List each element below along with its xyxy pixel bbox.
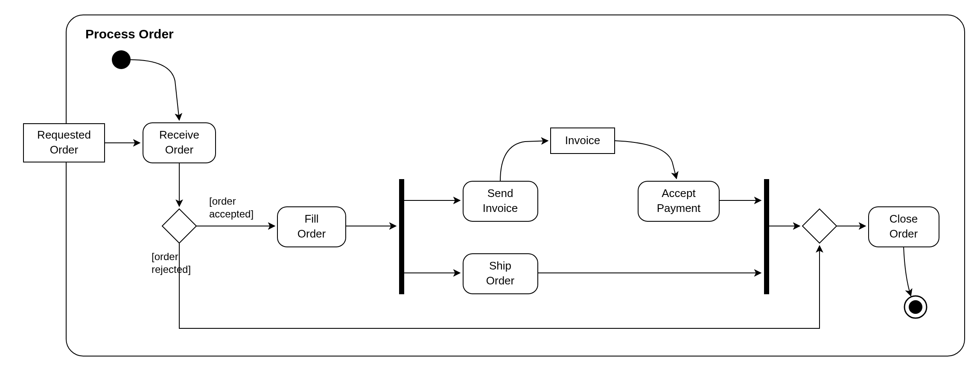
svg-text:Receive: Receive bbox=[159, 128, 199, 141]
edge-initial-receive bbox=[130, 60, 179, 120]
activity-diagram: Process Order Requested Order Receive Or… bbox=[0, 0, 980, 371]
activity-accept-payment: Accept Payment bbox=[638, 181, 719, 221]
svg-text:Send: Send bbox=[487, 187, 513, 200]
merge-node bbox=[802, 209, 837, 243]
final-node bbox=[904, 296, 927, 318]
svg-text:Invoice: Invoice bbox=[565, 134, 600, 147]
svg-text:Payment: Payment bbox=[657, 202, 701, 214]
svg-text:Order: Order bbox=[298, 227, 326, 240]
activity-fill-order: Fill Order bbox=[277, 207, 346, 247]
fork-bar bbox=[399, 179, 404, 294]
svg-marker-21 bbox=[802, 209, 837, 243]
svg-text:Ship: Ship bbox=[489, 259, 511, 272]
object-invoice: Invoice bbox=[551, 128, 615, 154]
initial-node bbox=[112, 50, 131, 69]
svg-text:Requested: Requested bbox=[37, 128, 91, 141]
edge-invoice-accept bbox=[615, 141, 677, 179]
guard-accepted-line2: accepted] bbox=[209, 208, 254, 220]
svg-text:Order: Order bbox=[890, 227, 918, 240]
svg-text:Order: Order bbox=[165, 143, 194, 156]
svg-marker-6 bbox=[162, 209, 196, 243]
svg-text:Accept: Accept bbox=[662, 187, 696, 200]
svg-point-26 bbox=[909, 300, 922, 314]
frame-title: Process Order bbox=[85, 27, 174, 41]
guard-rejected-line1: [order bbox=[152, 251, 178, 262]
activity-receive-order: Receive Order bbox=[143, 123, 216, 163]
activity-close-order: Close Order bbox=[869, 207, 939, 247]
guard-accepted-line1: [order bbox=[209, 195, 236, 207]
object-requested-order: Requested Order bbox=[23, 124, 105, 162]
edge-close-final bbox=[904, 247, 911, 296]
svg-text:Close: Close bbox=[890, 212, 918, 225]
svg-text:Fill: Fill bbox=[304, 212, 318, 225]
activity-send-invoice: Send Invoice bbox=[463, 181, 538, 221]
edge-sendinvoice-invoice bbox=[500, 141, 548, 181]
decision-node bbox=[162, 209, 196, 243]
svg-text:Order: Order bbox=[486, 274, 515, 287]
activity-ship-order: Ship Order bbox=[463, 254, 538, 294]
svg-text:Order: Order bbox=[50, 143, 79, 156]
join-bar bbox=[764, 179, 769, 294]
svg-text:Invoice: Invoice bbox=[483, 202, 518, 214]
guard-rejected-line2: rejected] bbox=[152, 264, 191, 275]
